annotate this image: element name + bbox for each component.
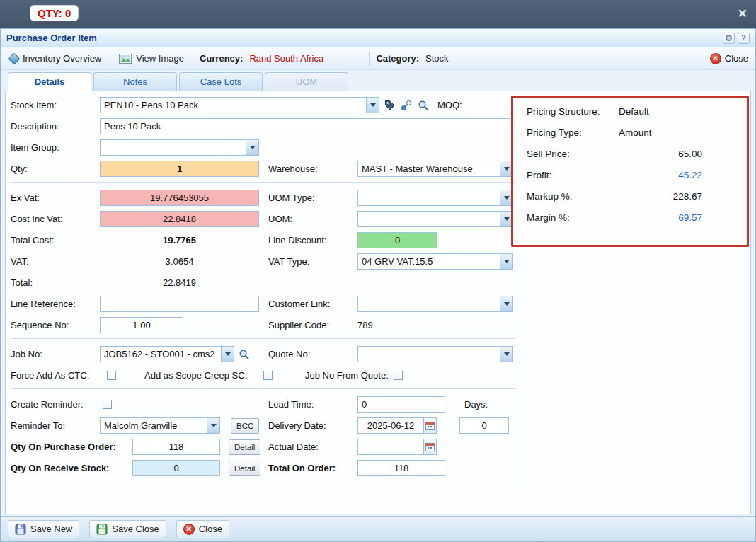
calendar-icon[interactable] (424, 439, 437, 455)
warehouse-select[interactable]: MAST - Master Warehouse (357, 161, 513, 177)
settings-icon[interactable] (723, 33, 735, 44)
toolbar-separator (369, 52, 370, 66)
top-dark-bar: QTY: 0 ✕ (0, 0, 756, 28)
currency-label: Currency: (200, 53, 243, 64)
reminder-to-label: Reminder To: (11, 420, 100, 431)
page-title: Purchase Order Item (6, 33, 97, 43)
chevron-down-icon[interactable] (366, 98, 379, 113)
force-add-ctc-checkbox[interactable] (107, 371, 116, 380)
scope-creep-checkbox[interactable] (263, 371, 273, 380)
details-tab-panel: Stock Item: PEN10 - Pens 10 Pack (5, 91, 751, 514)
qty-on-receive-label: Qty On Receive Stock: (11, 463, 132, 473)
form-row: Total Cost: 19.7765 Line Discount: (11, 232, 750, 248)
close-button[interactable]: ✕ Close (176, 520, 229, 538)
supplier-code-label: Supplier Code: (268, 320, 357, 330)
scope-creep-label: Add as Scope Creep SC: (144, 370, 263, 381)
line-reference-label: Line Reference: (11, 299, 100, 309)
tab-case-lots[interactable]: Case Lots (179, 72, 263, 91)
actual-date-input[interactable] (357, 439, 424, 455)
sequence-no-label: Sequence No: (11, 320, 100, 330)
delivery-date-label: Delivery Date: (268, 420, 357, 431)
toolbar-close-button[interactable]: ✕ Close (710, 53, 748, 64)
combo-value: MAST - Master Warehouse (358, 161, 500, 176)
create-reminder-checkbox[interactable] (103, 400, 112, 409)
qty-badge: QTY: 0 (30, 5, 79, 21)
quote-no-select[interactable] (357, 346, 513, 362)
combo-value (358, 296, 500, 311)
qty-label: Qty: (11, 163, 100, 174)
chevron-down-icon[interactable] (500, 347, 512, 362)
create-reminder-label: Create Reminder: (11, 399, 100, 410)
job-no-label: Job No: (11, 349, 100, 359)
calendar-icon[interactable] (424, 417, 437, 434)
save-close-button[interactable]: Save Close (89, 520, 166, 538)
close-icon[interactable]: ✕ (738, 6, 748, 21)
pricing-row: Pricing Structure: Default (527, 104, 743, 119)
chevron-down-icon[interactable] (500, 254, 512, 269)
save-new-button[interactable]: Save New (8, 520, 79, 538)
dialog-titlebar: Purchase Order Item ? (1, 29, 755, 47)
uom-type-select[interactable] (357, 190, 513, 206)
chevron-down-icon[interactable] (246, 140, 258, 155)
chevron-down-icon[interactable] (500, 212, 512, 226)
supplier-code-value: 789 (357, 320, 373, 330)
toolbar-separator (110, 52, 110, 66)
inventory-icon (8, 52, 21, 64)
total-cost-label: Total Cost: (11, 235, 100, 246)
job-from-quote-checkbox[interactable] (394, 371, 403, 380)
chevron-down-icon[interactable] (500, 190, 512, 205)
tab-notes[interactable]: Notes (93, 72, 177, 91)
quote-no-label: Quote No: (268, 349, 357, 359)
description-label: Description: (11, 121, 100, 132)
tab-uom[interactable]: UOM (265, 72, 348, 91)
reminder-to-select[interactable]: Malcolm Granville (100, 417, 220, 434)
qty-input[interactable] (100, 161, 259, 177)
sequence-no-input[interactable] (100, 317, 183, 333)
lead-time-input[interactable] (357, 396, 445, 413)
chevron-down-icon[interactable] (207, 418, 219, 433)
tag-icon[interactable] (382, 98, 396, 113)
linked-items-icon[interactable] (399, 98, 413, 113)
help-icon[interactable]: ? (738, 33, 750, 44)
customer-link-select[interactable] (357, 296, 513, 312)
stock-item-select[interactable]: PEN10 - Pens 10 Pack (100, 97, 379, 113)
delivery-date-input[interactable] (357, 417, 424, 434)
profit-value: 45.22 (619, 170, 702, 180)
uom-select[interactable] (357, 211, 513, 227)
chevron-down-icon[interactable] (500, 296, 512, 311)
line-discount-input[interactable] (357, 232, 437, 248)
form-row: Qty On Purchase Order: Detail Actual Dat… (11, 439, 750, 455)
job-no-select[interactable]: JOB5162 - STO001 - cms2 (100, 346, 234, 362)
total-value: 22.8419 (100, 277, 259, 288)
search-icon[interactable] (237, 347, 251, 362)
combo-value (358, 190, 500, 205)
view-image-button[interactable]: View Image (117, 52, 186, 65)
chevron-down-icon[interactable] (500, 161, 512, 176)
force-add-ctc-label: Force Add As CTC: (11, 370, 107, 381)
uom-type-label: UOM Type: (268, 192, 357, 203)
vat-type-select[interactable]: 04 GRV VAT:15.5 (357, 253, 513, 270)
form-row: Qty On Receive Stock: Detail Total On Or… (11, 460, 750, 476)
save-icon (96, 524, 108, 535)
pricing-structure-label: Pricing Structure: (527, 106, 619, 117)
bcc-button[interactable]: BCC (231, 418, 259, 434)
total-on-order-input[interactable] (357, 460, 445, 476)
item-group-select[interactable] (100, 139, 259, 156)
qty-on-po-input[interactable] (132, 439, 220, 455)
days-label: Days: (464, 399, 488, 410)
ex-vat-input[interactable] (100, 190, 259, 206)
search-icon[interactable] (416, 98, 430, 113)
pricing-panel: Pricing Structure: Default Pricing Type:… (527, 104, 743, 231)
chevron-down-icon[interactable] (221, 347, 234, 362)
cost-inc-vat-input[interactable] (100, 211, 259, 227)
tab-details[interactable]: Details (8, 72, 91, 91)
detail-button[interactable]: Detail (229, 439, 260, 455)
inventory-overview-button[interactable]: Inventory Overview (8, 52, 103, 65)
description-input[interactable] (100, 118, 512, 134)
qty-on-receive-input[interactable] (132, 460, 220, 476)
line-reference-input[interactable] (100, 296, 259, 312)
detail-button[interactable]: Detail (229, 461, 260, 476)
days-input[interactable] (459, 417, 509, 434)
sell-price-value: 65.00 (619, 149, 702, 159)
form-row: Create Reminder: Lead Time: Days: (11, 396, 750, 413)
